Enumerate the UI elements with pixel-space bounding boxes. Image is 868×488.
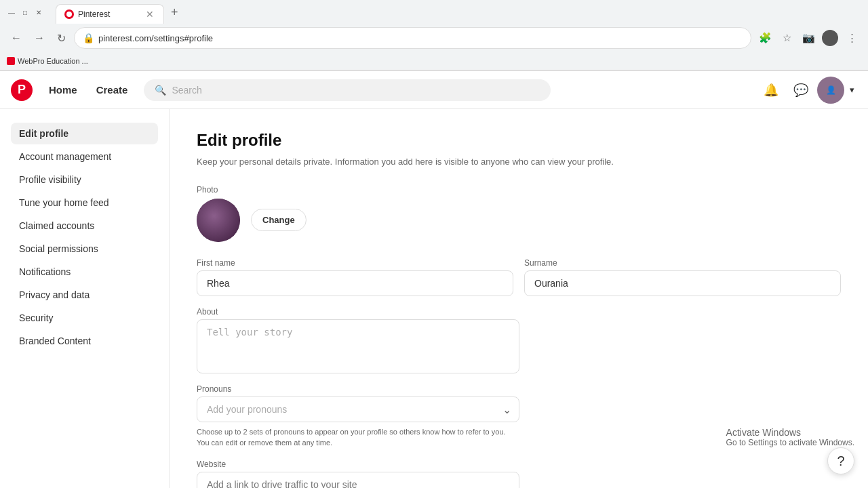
about-group: About — [197, 307, 841, 373]
sidebar-item-notifications[interactable]: Notifications — [11, 261, 158, 283]
surname-group: Surname — [524, 258, 841, 296]
screenshot-button[interactable]: 📷 — [799, 28, 818, 47]
website-input[interactable] — [197, 472, 519, 489]
page-subtitle: Keep your personal details private. Info… — [197, 155, 841, 169]
about-label: About — [197, 307, 841, 317]
photo-label: Photo — [197, 185, 841, 195]
star-button[interactable]: ☆ — [777, 28, 796, 47]
bookmark-favicon — [7, 57, 15, 65]
sidebar-item-edit-profile[interactable]: Edit profile — [11, 123, 158, 144]
user-avatar-button[interactable]: 👤 — [817, 77, 844, 104]
profile-circle — [822, 30, 838, 46]
header-icons: 🔔 💬 👤 ▾ — [757, 77, 857, 104]
pinterest-app: P Home Create 🔍 Search 🔔 💬 👤 ▾ Edit prof… — [0, 71, 868, 488]
more-button[interactable]: ⋮ — [842, 28, 861, 47]
photo-section: Change — [197, 199, 841, 242]
sidebar-item-claimed-accounts[interactable]: Claimed accounts — [11, 215, 158, 237]
search-bar[interactable]: 🔍 Search — [144, 79, 551, 101]
back-button[interactable]: ← — [7, 29, 26, 47]
address-text: pinterest.com/settings#profile — [98, 33, 743, 43]
sidebar-item-privacy-data[interactable]: Privacy and data — [11, 284, 158, 306]
bookmark-item[interactable]: WebPro Education ... — [7, 57, 88, 65]
help-button[interactable]: ? — [827, 447, 854, 474]
sidebar-item-security[interactable]: Security — [11, 307, 158, 329]
tab-favicon — [64, 9, 74, 19]
browser-tab[interactable]: Pinterest ✕ — [56, 4, 164, 24]
change-photo-button[interactable]: Change — [251, 209, 307, 231]
activate-windows-title: Activate Windows — [726, 427, 854, 438]
surname-label: Surname — [524, 258, 841, 268]
website-label: Website — [197, 460, 841, 469]
search-placeholder: Search — [172, 85, 201, 96]
profile-photo[interactable] — [197, 199, 240, 242]
sidebar-item-branded-content[interactable]: Branded Content — [11, 330, 158, 352]
notifications-button[interactable]: 🔔 — [757, 77, 785, 104]
pronouns-select[interactable]: Add your pronouns — [197, 396, 519, 422]
nav-home[interactable]: Home — [41, 79, 85, 101]
avatar-initials: 👤 — [826, 85, 836, 95]
name-row: First name Surname — [197, 258, 841, 296]
activate-windows-subtitle: Go to Settings to activate Windows. — [726, 438, 854, 447]
search-icon: 🔍 — [155, 85, 166, 96]
website-group: Website — [197, 460, 841, 489]
first-name-group: First name — [197, 258, 513, 296]
minimize-button[interactable]: — — [7, 7, 16, 17]
sidebar: Edit profile Account management Profile … — [0, 109, 170, 488]
header-nav: Home Create — [41, 79, 136, 101]
pronouns-hint: Choose up to 2 sets of pronouns to appea… — [197, 426, 519, 449]
pinterest-logo[interactable]: P — [11, 79, 33, 101]
extensions-button[interactable]: 🧩 — [755, 28, 774, 47]
maximize-button[interactable]: □ — [20, 7, 30, 17]
surname-input[interactable] — [524, 270, 841, 296]
sidebar-item-social-permissions[interactable]: Social permissions — [11, 238, 158, 260]
sidebar-item-tune-home-feed[interactable]: Tune your home feed — [11, 192, 158, 214]
first-name-input[interactable] — [197, 270, 513, 296]
sidebar-item-profile-visibility[interactable]: Profile visibility — [11, 169, 158, 190]
nav-create[interactable]: Create — [88, 79, 136, 101]
profile-photo-inner — [197, 199, 240, 242]
refresh-button[interactable]: ↻ — [53, 29, 70, 47]
sidebar-item-account-management[interactable]: Account management — [11, 146, 158, 167]
address-bar[interactable]: 🔒 pinterest.com/settings#profile — [74, 27, 751, 49]
app-header: P Home Create 🔍 Search 🔔 💬 👤 ▾ — [0, 71, 868, 109]
tab-title: Pinterest — [78, 9, 140, 19]
pronouns-select-wrapper: Add your pronouns ⌄ — [197, 396, 519, 422]
pronouns-label: Pronouns — [197, 384, 841, 394]
about-textarea[interactable] — [197, 319, 519, 373]
user-menu-chevron[interactable]: ▾ — [847, 82, 857, 98]
lock-icon: 🔒 — [83, 33, 94, 43]
messages-button[interactable]: 💬 — [787, 77, 814, 104]
browser-profile-button[interactable] — [821, 28, 840, 47]
new-tab-button[interactable]: + — [164, 1, 185, 24]
page-title: Edit profile — [197, 131, 841, 150]
first-name-label: First name — [197, 258, 513, 268]
bookmark-label: WebPro Education ... — [18, 57, 88, 65]
forward-button[interactable]: → — [30, 29, 49, 47]
activate-windows-watermark: Activate Windows Go to Settings to activ… — [726, 427, 854, 447]
close-button[interactable]: ✕ — [34, 7, 43, 17]
tab-close-icon[interactable]: ✕ — [144, 9, 155, 20]
